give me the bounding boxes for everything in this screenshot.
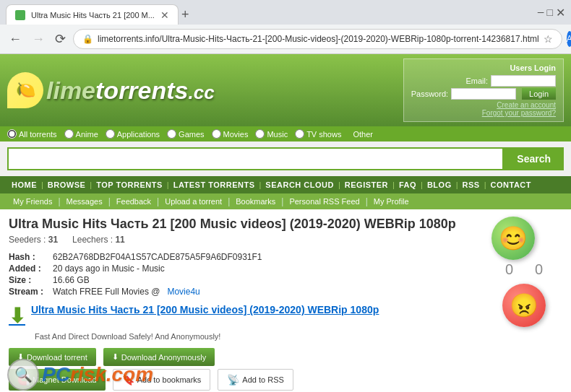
search-input[interactable] — [7, 147, 504, 170]
torrent-link[interactable]: ⬇ Ultra Music Hits Часть 21 [200 Music v… — [9, 304, 562, 328]
password-row: Password: Login — [411, 88, 556, 100]
email-label: Email: — [465, 77, 488, 85]
stream-label: Stream : — [9, 287, 48, 297]
cat-applications[interactable]: Applications — [106, 129, 160, 139]
cat-games[interactable]: Games — [167, 129, 204, 139]
download-icon: ⬇ — [17, 352, 24, 362]
seeders-label: Seeders : 31 — [9, 235, 58, 245]
stream-text: Watch FREE Full Movies @ — [53, 287, 160, 297]
subnav-upload[interactable]: Upload a torrent — [159, 196, 228, 207]
download-torrent-btn[interactable]: ⬇ Download torrent — [9, 348, 96, 366]
subnav-bookmarks[interactable]: Bookmarks — [230, 196, 281, 207]
nav-rss[interactable]: RSS — [458, 176, 484, 193]
bookmark-icon: 🔖 — [122, 374, 134, 386]
cat-tv-shows[interactable]: TV shows — [295, 129, 341, 139]
download-anon-btn[interactable]: ⬇ Download Anonymously — [103, 348, 215, 366]
address-text: limetorrents.info/Ultra-Music-Hits-Часть… — [98, 34, 539, 44]
search-button[interactable]: Search — [504, 147, 564, 170]
added-label: Added : — [9, 263, 48, 274]
circles-outer: 😊 — [491, 217, 557, 260]
login-links: Create an account Forgot your password? — [411, 101, 556, 117]
lock-icon: 🔒 — [82, 34, 93, 44]
nav-home[interactable]: HOME — [7, 176, 41, 193]
nav-latest-torrents[interactable]: LATEST TORRENTS — [169, 176, 259, 193]
tab-title: Ultra Music Hits Часть 21 [200 M... — [31, 11, 155, 19]
cat-movies-label: Movies — [223, 130, 249, 139]
hash-row: Hash : 62B2A768DB2F04A1S57CADE875A5F9A6D… — [9, 252, 562, 262]
cat-anime[interactable]: Anime — [64, 129, 98, 139]
subnav-feedback[interactable]: Feedback — [111, 196, 157, 207]
magnet-icon: 🧲 — [17, 374, 30, 386]
nav-blog[interactable]: BLOG — [423, 176, 456, 193]
cat-applications-label: Applications — [117, 130, 160, 139]
new-tab-btn[interactable]: + — [181, 8, 189, 21]
subnav-messages[interactable]: Messages — [61, 196, 108, 207]
profile-icon[interactable]: A — [567, 31, 571, 47]
login-btn[interactable]: Login — [522, 88, 556, 100]
add-rss-btn[interactable]: 📡 Add to RSS — [218, 369, 293, 391]
website: 🍋 limetorrents.cc Users Login Email: Pas… — [0, 54, 571, 392]
subnav-profile[interactable]: My Profile — [368, 196, 415, 207]
address-bar[interactable]: 🔒 limetorrents.info/Ultra-Music-Hits-Час… — [73, 29, 562, 49]
user-login-box: Users Login Email: Password: Login Creat… — [403, 58, 564, 122]
secondary-buttons-row: 🧲 Magnet Download 🔖 Add to bookmarks 📡 A… — [9, 369, 562, 391]
magnet-download-btn[interactable]: 🧲 Magnet Download — [9, 369, 106, 391]
main-nav: HOME | BROWSE | TOP TORRENTS | LATEST TO… — [0, 176, 571, 193]
hash-value: 62B2A768DB2F04A1S57CADE875A5F9A6DF0931F1 — [53, 252, 262, 262]
password-input[interactable] — [451, 88, 516, 100]
stream-link[interactable]: Movie4u — [167, 287, 199, 297]
nav-contact[interactable]: CONTACT — [486, 176, 536, 193]
nav-browse[interactable]: BROWSE — [43, 176, 90, 193]
minimize-btn[interactable]: ‒ — [537, 6, 544, 18]
stream-row: Stream : Watch FREE Full Movies @ Movie4… — [9, 287, 562, 297]
login-title: Users Login — [411, 64, 556, 72]
cat-movies[interactable]: Movies — [212, 129, 249, 139]
search-bar-row: Search — [0, 141, 571, 176]
create-account-link[interactable]: Create an account — [411, 101, 556, 109]
added-row: Added : 20 days ago in Music - Music — [9, 263, 562, 274]
forgot-password-link[interactable]: Forgot your password? — [411, 109, 556, 117]
nav-register[interactable]: REGISTER — [340, 176, 392, 193]
action-buttons-row: ⬇ Download torrent ⬇ Download Anonymousl… — [9, 348, 562, 366]
cat-all-torrents[interactable]: All torrents — [7, 129, 57, 139]
nav-search-cloud[interactable]: SEARCH CLOUD — [261, 176, 338, 193]
forward-btn[interactable]: → — [29, 30, 48, 48]
reload-btn[interactable]: ⟳ — [52, 30, 69, 48]
maximize-btn[interactable]: □ — [547, 6, 553, 18]
size-value: 16.66 GB — [53, 275, 90, 285]
leechers-label: Leechers : 11 — [72, 235, 125, 245]
hash-label: Hash : — [9, 252, 48, 262]
size-label: Size : — [9, 275, 48, 285]
tab-bar: Ultra Music Hits Часть 21 [200 M... ✕ + … — [0, 0, 571, 25]
site-header: 🍋 limetorrents.cc Users Login Email: Pas… — [0, 54, 571, 126]
email-input[interactable] — [491, 75, 556, 87]
nav-faq[interactable]: FAQ — [395, 176, 421, 193]
info-table: Hash : 62B2A768DB2F04A1S57CADE875A5F9A6D… — [9, 252, 562, 297]
tab-close-btn[interactable]: ✕ — [160, 9, 169, 21]
cat-games-label: Games — [179, 130, 204, 139]
circle-label-left: 0 — [505, 261, 513, 278]
active-tab[interactable]: Ultra Music Hits Часть 21 [200 M... ✕ — [6, 4, 179, 25]
window-controls: ‒ □ ✕ — [537, 6, 565, 24]
size-row: Size : 16.66 GB — [9, 275, 562, 285]
circle-green-col: 😊 — [491, 217, 535, 260]
tab-favicon — [15, 10, 25, 20]
nav-top-torrents[interactable]: TOP TORRENTS — [92, 176, 167, 193]
back-btn[interactable]: ← — [6, 30, 25, 48]
red-circle-row: 😠 — [502, 281, 546, 327]
bookmark-star-icon[interactable]: ☆ — [544, 33, 553, 45]
circle-label-right: 0 — [535, 261, 543, 278]
download-section: ⬇ Ultra Music Hits Часть 21 [200 Music v… — [9, 304, 562, 391]
seeders-row: Seeders : 31 Leechers : 11 — [9, 235, 562, 245]
close-btn[interactable]: ✕ — [556, 6, 565, 19]
cat-music[interactable]: Music — [255, 129, 288, 139]
status-circles: 😊 0 0 😠 — [491, 217, 557, 327]
subnav-rss[interactable]: Personal RSS Feed — [283, 196, 365, 207]
subnav-friends[interactable]: My Friends — [7, 196, 58, 207]
logo-area: 🍋 limetorrents.cc — [7, 72, 215, 108]
torrent-title-link[interactable]: Ultra Music Hits Часть 21 [200 Music vid… — [31, 304, 379, 315]
circle-labels-row: 0 0 — [505, 261, 543, 278]
seeders-count: 31 — [48, 235, 58, 245]
browser-chrome: Ultra Music Hits Часть 21 [200 M... ✕ + … — [0, 0, 571, 54]
add-bookmarks-btn[interactable]: 🔖 Add to bookmarks — [113, 369, 211, 391]
